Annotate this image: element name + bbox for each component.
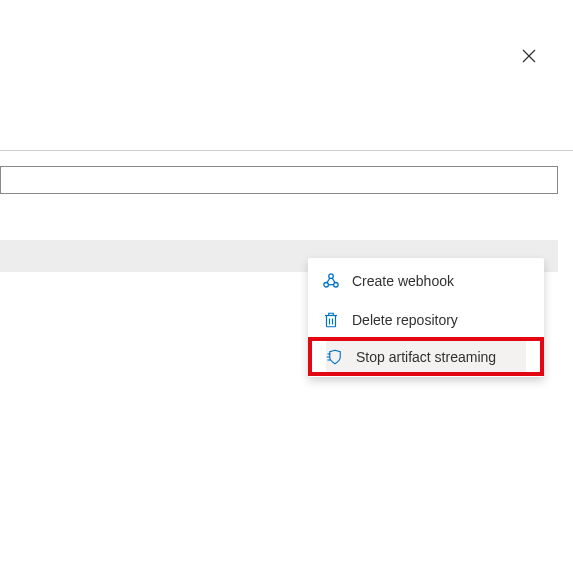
menu-item-delete-repository[interactable]: Delete repository [308, 300, 544, 339]
divider [0, 150, 573, 151]
svg-point-4 [334, 282, 339, 287]
context-menu: Create webhook Delete repository [308, 258, 544, 377]
shield-stream-icon [326, 348, 344, 366]
menu-item-label: Delete repository [352, 312, 458, 328]
menu-item-stop-artifact-streaming[interactable]: Stop artifact streaming [308, 337, 544, 376]
svg-point-2 [329, 273, 334, 278]
webhook-icon [322, 272, 340, 290]
menu-item-create-webhook[interactable]: Create webhook [308, 261, 544, 300]
close-icon [521, 48, 537, 68]
menu-item-label: Create webhook [352, 273, 454, 289]
trash-icon [322, 311, 340, 329]
svg-point-3 [324, 282, 329, 287]
text-input[interactable] [0, 166, 558, 194]
close-button[interactable] [519, 48, 539, 68]
menu-item-label: Stop artifact streaming [356, 349, 496, 365]
